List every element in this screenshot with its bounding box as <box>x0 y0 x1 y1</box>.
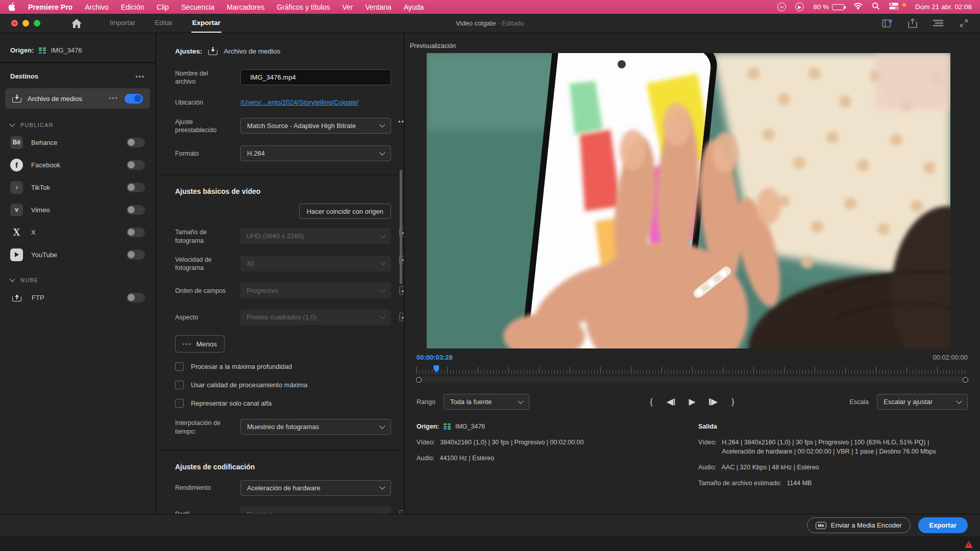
duration-timecode: 00:02:00:00 <box>933 354 968 361</box>
format-dropdown[interactable]: H.264 <box>240 145 391 161</box>
minimize-button[interactable] <box>22 20 29 27</box>
range-track[interactable] <box>416 377 968 383</box>
settings-scrollbar[interactable] <box>400 170 402 284</box>
cloud-section-header[interactable]: NUBE <box>0 266 155 286</box>
menu-item-secuencia[interactable]: Secuencia <box>181 3 214 11</box>
chevron-down-icon <box>518 398 523 404</box>
scale-dropdown[interactable]: Escalar y ajustar <box>877 394 968 410</box>
tab-exportar[interactable]: Exportar <box>191 14 222 33</box>
media-file-more-icon[interactable]: ••• <box>109 95 118 102</box>
creative-cloud-icon[interactable]: ∞ <box>777 3 786 11</box>
menu-item-edicion[interactable]: Edición <box>121 3 144 11</box>
destination-youtube[interactable]: YouTube <box>0 243 155 266</box>
output-audio-label: Audio: <box>698 464 716 471</box>
frame-rate-label: Velocidad de fotograma <box>175 256 226 272</box>
ftp-upload-icon <box>12 293 21 302</box>
menu-item-graficos[interactable]: Gráficos y títulos <box>277 3 330 11</box>
panel-notification-icon[interactable] <box>882 19 892 28</box>
playhead[interactable] <box>433 365 439 372</box>
play-button[interactable]: ▶ <box>689 396 695 407</box>
tiktok-label: TikTok <box>31 184 50 191</box>
step-back-button[interactable]: ◀ <box>667 396 675 407</box>
youtube-toggle[interactable] <box>127 250 145 260</box>
max-quality-row: Usar calidad de procesamiento máxima <box>175 381 404 389</box>
home-icon[interactable] <box>71 18 82 29</box>
tab-editar[interactable]: Editar <box>154 14 174 33</box>
origin-row: Origen: IMG_3476 <box>0 33 155 63</box>
set-in-point-button[interactable]: { <box>650 397 653 407</box>
destinations-more-icon[interactable]: ••• <box>135 73 145 80</box>
battery-indicator[interactable]: 80 % ⚡ <box>813 3 844 11</box>
apple-logo-icon[interactable] <box>8 3 16 11</box>
video-settings-title: Ajustes básicos de vídeo <box>175 187 404 195</box>
destination-behance[interactable]: Bē Behance <box>0 131 155 154</box>
fullscreen-icon[interactable] <box>959 19 969 28</box>
filesize-label: Tamaño de archivo estimado: <box>698 480 781 487</box>
menu-item-ver[interactable]: Ver <box>342 3 353 11</box>
search-icon[interactable] <box>872 2 880 12</box>
media-file-toggle[interactable] <box>125 94 143 104</box>
destination-ftp[interactable]: FTP <box>0 286 155 309</box>
destination-tiktok[interactable]: ♪ TikTok <box>0 176 155 198</box>
menu-item-marcadores[interactable]: Marcadores <box>227 3 264 11</box>
destination-x[interactable]: X X <box>0 221 155 243</box>
notification-dot <box>902 3 906 7</box>
set-out-point-button[interactable]: } <box>731 397 734 407</box>
less-options-button[interactable]: ••• Menos <box>175 335 225 353</box>
control-center-icon[interactable] <box>889 3 898 11</box>
menu-item-ayuda[interactable]: Ayuda <box>404 3 424 11</box>
vimeo-toggle[interactable] <box>127 205 145 215</box>
profile-label: Perfil <box>175 510 226 514</box>
tiktok-toggle[interactable] <box>127 183 145 192</box>
menubar-clock[interactable]: Dom 21 abr. 02:08 <box>915 3 972 11</box>
destination-vimeo[interactable]: v Vimeo <box>0 198 155 221</box>
section-divider <box>156 450 404 450</box>
export-button[interactable]: Exportar <box>918 517 968 533</box>
time-interpolation-dropdown[interactable]: Muestreo de fotogramas <box>240 419 391 435</box>
timeline-ruler[interactable] <box>416 365 968 374</box>
range-dropdown[interactable]: Toda la fuente <box>444 394 529 410</box>
performance-dropdown[interactable]: Aceleración de hardware <box>240 480 391 496</box>
workspace-icon[interactable] <box>933 19 943 28</box>
preset-dropdown[interactable]: Match Source - Adaptive High Bitrate <box>240 118 391 134</box>
preview-panel: Previsualización <box>405 33 980 514</box>
menu-item-clip[interactable]: Clip <box>157 3 169 11</box>
field-order-checkbox[interactable]: ✓ <box>399 286 405 295</box>
facebook-toggle[interactable] <box>127 160 145 170</box>
menu-item-archivo[interactable]: Archivo <box>85 3 109 11</box>
destination-facebook[interactable]: f Facebook <box>0 154 155 176</box>
aspect-checkbox[interactable]: ✓ <box>399 313 405 321</box>
download-tray-icon <box>208 47 217 55</box>
filename-label: Nombre del archivo <box>175 69 226 86</box>
tab-importar[interactable]: Importar <box>109 14 136 33</box>
x-toggle[interactable] <box>127 228 145 237</box>
preset-more-icon[interactable]: ••• <box>398 118 405 126</box>
wifi-icon[interactable] <box>853 3 863 11</box>
max-quality-checkbox[interactable] <box>175 381 184 389</box>
source-audio-value: 44100 Hz | Estéreo <box>439 455 494 462</box>
menu-item-app[interactable]: Premiere Pro <box>28 3 72 11</box>
chevron-down-icon <box>379 149 385 155</box>
behance-toggle[interactable] <box>127 138 145 147</box>
alpha-only-checkbox[interactable] <box>175 399 184 408</box>
play-circle-icon[interactable]: ▶ <box>795 3 804 11</box>
close-button[interactable] <box>11 20 18 27</box>
match-source-button[interactable]: Hacer coincidir con origen <box>299 204 391 219</box>
share-icon[interactable] <box>908 19 918 28</box>
menu-item-ventana[interactable]: Ventana <box>365 3 391 11</box>
warning-icon[interactable] <box>965 541 973 548</box>
facebook-icon: f <box>10 159 23 171</box>
destination-media-file[interactable]: Archivo de medios ••• <box>5 88 150 109</box>
filename-input[interactable] <box>240 69 391 85</box>
max-depth-checkbox[interactable] <box>175 362 184 371</box>
profile-checkbox[interactable]: ✓ <box>399 510 405 514</box>
frame-rate-dropdown: 30 <box>240 256 391 271</box>
chevron-down-icon <box>379 122 385 128</box>
zoom-button[interactable] <box>34 20 40 27</box>
ftp-toggle[interactable] <box>127 293 145 303</box>
publish-section-header[interactable]: PUBLICAR <box>0 111 155 131</box>
current-timecode: 00:00:03:28 <box>416 354 453 361</box>
step-forward-button[interactable]: ▶ <box>709 396 718 407</box>
location-link[interactable]: /Users/…ents/2024/Storytelling/Colgate/ <box>240 98 358 106</box>
send-to-media-encoder-button[interactable]: Me Enviar a Media Encoder <box>807 517 910 533</box>
